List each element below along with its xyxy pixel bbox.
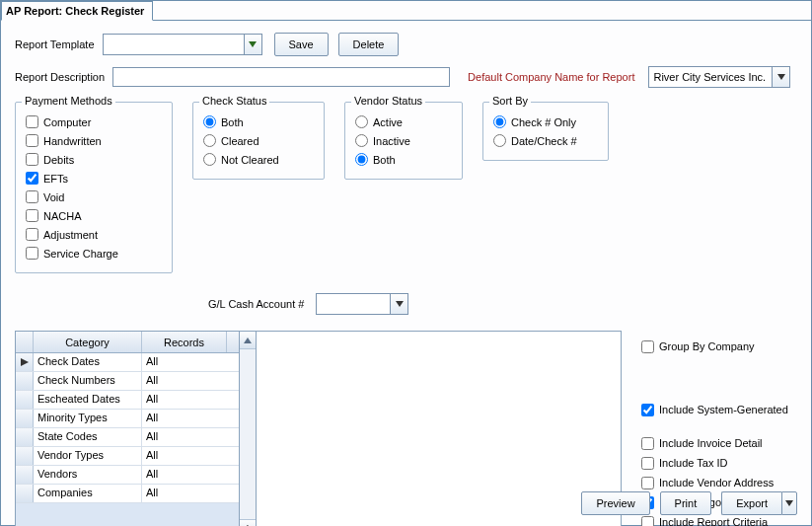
grid-row[interactable]: State CodesAll: [16, 428, 239, 447]
grid-row[interactable]: Escheated DatesAll: [16, 391, 239, 410]
payment-method-efts[interactable]: EFTs: [26, 169, 162, 188]
grid-cell-records[interactable]: All: [142, 372, 227, 390]
include-invoice-detail-checkbox[interactable]: [641, 437, 654, 450]
check-status-both[interactable]: Both: [203, 113, 314, 131]
payment-method-checkbox[interactable]: [26, 172, 38, 185]
grid-row[interactable]: Minority TypesAll: [16, 410, 239, 428]
export-button[interactable]: Export: [721, 491, 781, 515]
payment-method-handwritten[interactable]: Handwritten: [26, 131, 162, 150]
include-tax-id-checkbox[interactable]: [641, 457, 654, 470]
grid-header-category[interactable]: Category: [34, 332, 142, 352]
grid-cell-records[interactable]: All: [142, 466, 227, 484]
payment-method-adjustment[interactable]: Adjustment: [26, 225, 162, 244]
include-invoice-detail-option[interactable]: Include Invoice Detail: [641, 433, 797, 453]
sort-by-radio[interactable]: [493, 134, 506, 147]
grid-row[interactable]: Check DatesAll: [16, 353, 239, 372]
chevron-down-icon: [777, 74, 785, 80]
save-button[interactable]: Save: [274, 33, 329, 56]
grid-row[interactable]: VendorsAll: [16, 466, 239, 485]
check-status-radio[interactable]: [203, 134, 216, 147]
payment-method-computer[interactable]: Computer: [26, 113, 162, 131]
include-tax-id-option[interactable]: Include Tax ID: [641, 453, 797, 473]
payment-method-void[interactable]: Void: [26, 188, 162, 206]
scroll-track[interactable]: [240, 349, 256, 519]
gl-cash-account-dropdown-button[interactable]: [390, 294, 407, 314]
report-template-combo[interactable]: [103, 34, 262, 55]
group-by-company-option[interactable]: Group By Company: [641, 337, 797, 356]
vendor-status-radio[interactable]: [355, 115, 368, 128]
grid-cell-records[interactable]: All: [142, 410, 227, 427]
sort-by-date-check-[interactable]: Date/Check #: [493, 131, 598, 150]
payment-method-checkbox[interactable]: [26, 190, 38, 203]
grid-row[interactable]: CompaniesAll: [16, 485, 239, 503]
grid-row[interactable]: Check NumbersAll: [16, 372, 239, 391]
grid-cell-records[interactable]: All: [142, 353, 227, 371]
report-template-dropdown-button[interactable]: [244, 35, 261, 54]
vendor-status-both[interactable]: Both: [355, 150, 452, 169]
group-by-company-checkbox[interactable]: [641, 340, 654, 353]
grid-cell-category[interactable]: Vendors: [34, 466, 142, 484]
payment-method-nacha[interactable]: NACHA: [26, 206, 162, 225]
payment-method-debits[interactable]: Debits: [26, 150, 162, 169]
sort-by-check-only[interactable]: Check # Only: [493, 113, 598, 131]
tab-check-register[interactable]: AP Report: Check Register: [1, 1, 153, 21]
grid-scrollbar[interactable]: *: [240, 331, 257, 526]
grid-cell-category[interactable]: State Codes: [34, 428, 142, 446]
vendor-status-group: Vendor Status ActiveInactiveBoth: [344, 102, 463, 180]
include-vendor-address-option[interactable]: Include Vendor Address: [641, 473, 797, 492]
check-status-cleared[interactable]: Cleared: [203, 131, 314, 150]
report-template-input[interactable]: [104, 35, 244, 54]
filter-grid[interactable]: Category Records Check DatesAllCheck Num…: [15, 331, 240, 526]
grid-cell-records[interactable]: All: [142, 428, 227, 446]
payment-method-checkbox[interactable]: [26, 247, 38, 260]
check-status-label: Both: [221, 116, 244, 128]
print-button[interactable]: Print: [660, 491, 712, 515]
grid-cell-records[interactable]: All: [142, 391, 227, 409]
include-report-criteria-label: Include Report Criteria: [659, 516, 768, 526]
check-status-radio[interactable]: [203, 115, 216, 128]
scroll-up-button[interactable]: [240, 332, 256, 349]
grid-cell-category[interactable]: Escheated Dates: [34, 391, 142, 409]
export-dropdown-button[interactable]: [781, 491, 797, 515]
report-template-label: Report Template: [15, 38, 95, 50]
svg-marker-1: [777, 74, 785, 80]
payment-method-checkbox[interactable]: [26, 209, 38, 222]
include-system-generated-option[interactable]: Include System-Generated: [641, 400, 797, 419]
default-company-dropdown-button[interactable]: [772, 67, 789, 87]
vendor-status-radio[interactable]: [355, 134, 368, 147]
new-row-button[interactable]: *: [240, 519, 256, 526]
grid-cell-category[interactable]: Vendor Types: [34, 447, 142, 465]
grid-row[interactable]: Vendor TypesAll: [16, 447, 239, 466]
default-company-combo[interactable]: [648, 66, 790, 88]
grid-cell-category[interactable]: Check Numbers: [34, 372, 142, 390]
include-system-generated-checkbox[interactable]: [641, 404, 654, 416]
row-marker: [16, 372, 34, 390]
row-marker: [16, 410, 34, 427]
payment-method-checkbox[interactable]: [26, 228, 38, 241]
grid-cell-records[interactable]: All: [142, 485, 227, 502]
preview-button[interactable]: Preview: [581, 491, 649, 515]
delete-button[interactable]: Delete: [338, 33, 400, 56]
vendor-status-active[interactable]: Active: [355, 113, 452, 131]
sort-by-radio[interactable]: [493, 115, 506, 128]
grid-cell-category[interactable]: Companies: [34, 485, 142, 502]
gl-cash-account-input[interactable]: [317, 294, 390, 314]
check-status-not-cleared[interactable]: Not Cleared: [203, 150, 314, 169]
grid-cell-category[interactable]: Minority Types: [34, 410, 142, 427]
include-report-criteria-checkbox[interactable]: [641, 516, 654, 527]
default-company-input[interactable]: [649, 67, 772, 87]
grid-header-records[interactable]: Records: [142, 332, 227, 352]
check-status-radio[interactable]: [203, 153, 216, 166]
vendor-status-radio[interactable]: [355, 153, 368, 166]
payment-method-checkbox[interactable]: [26, 134, 38, 147]
export-split-button[interactable]: Export: [721, 491, 797, 515]
grid-cell-category[interactable]: Check Dates: [34, 353, 142, 371]
report-description-input[interactable]: [112, 67, 450, 87]
payment-method-checkbox[interactable]: [26, 153, 38, 166]
vendor-status-inactive[interactable]: Inactive: [355, 131, 452, 150]
gl-cash-account-combo[interactable]: [316, 293, 408, 315]
include-vendor-address-checkbox[interactable]: [641, 477, 654, 489]
grid-cell-records[interactable]: All: [142, 447, 227, 465]
payment-method-checkbox[interactable]: [26, 115, 38, 128]
payment-method-service-charge[interactable]: Service Charge: [26, 244, 162, 263]
